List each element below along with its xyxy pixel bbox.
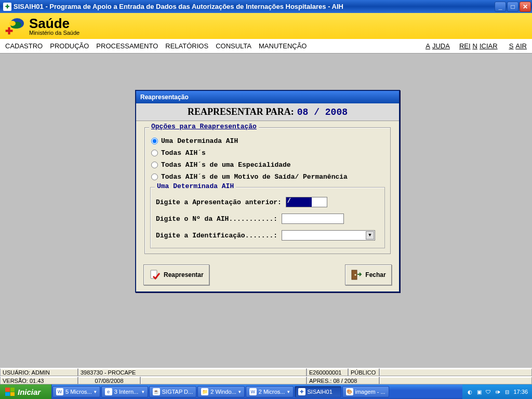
- taskbar-item-icon: W: [249, 388, 257, 395]
- taskbar: Iniciar W5 Micros...▾e3 Intern...▾☕SIGTA…: [0, 384, 532, 399]
- tray-icon[interactable]: ◐: [467, 389, 473, 395]
- menu-ajuda[interactable]: AJUDA: [421, 41, 452, 51]
- radio-especialidade[interactable]: Todas AIH´s de uma Especialidade: [150, 159, 385, 171]
- status-spacer2: [140, 377, 307, 384]
- uma-aih-legend: Uma Determinada AIH: [155, 182, 236, 190]
- tray-icon[interactable]: ▣: [476, 389, 482, 395]
- radio-todas-aih-input[interactable]: [151, 150, 158, 156]
- banner-subtitle: Ministério da Saúde: [29, 30, 79, 36]
- menubar: CADASTRO PRODUÇÃO PROCESSAMENTO RELATÓRI…: [0, 39, 532, 54]
- radio-motivo-saida[interactable]: Todas AIH´s de um Motivo de Saída/ Perma…: [150, 171, 385, 183]
- radio-motivo-saida-input[interactable]: [151, 174, 158, 180]
- tray-icon[interactable]: ⊟: [504, 389, 510, 395]
- menu-sair[interactable]: SAIR: [505, 41, 529, 51]
- status-spacer1: [379, 368, 532, 376]
- work-area: Reapresentação REAPRESENTAR PARA: 08 / 2…: [0, 54, 532, 368]
- reapresentar-icon: [149, 269, 161, 281]
- apresentacao-anterior-label: Digite a Apresentação anterior:: [156, 198, 282, 206]
- taskbar-item[interactable]: ✚SISAIH01: [295, 386, 341, 397]
- window-close-button[interactable]: ✕: [520, 2, 531, 12]
- status-usuario: USUÁRIO: ADMIN: [0, 368, 78, 376]
- svg-point-4: [355, 274, 356, 276]
- status-data: 07/08/2008: [78, 377, 140, 384]
- radio-especialidade-label: Todas AIH´s de uma Especialidade: [161, 161, 291, 169]
- apresentacao-anterior-suffix[interactable]: [312, 197, 327, 207]
- tray-icon[interactable]: 🕪: [495, 389, 501, 395]
- numero-aih-label: Digite o Nº da AIH...........:: [156, 215, 277, 223]
- reapresentar-label: Reapresentar: [164, 271, 204, 278]
- reapresentacao-dialog: Reapresentação REAPRESENTAR PARA: 08 / 2…: [135, 90, 400, 292]
- taskbar-item-icon: W: [56, 388, 63, 395]
- status-apres: APRES.: 08 / 2008: [307, 377, 379, 384]
- status-versao: VERSÃO: 01.43: [0, 377, 78, 384]
- statusbar: USUÁRIO: ADMIN 3983730 - PROCAPE E260000…: [0, 368, 532, 384]
- apresentacao-anterior-input[interactable]: /: [286, 197, 312, 207]
- tray-icon[interactable]: 🛡: [485, 389, 491, 395]
- taskbar-item-label: SIGTAP D...: [162, 389, 193, 395]
- taskbar-item[interactable]: e3 Intern...▾: [101, 386, 148, 397]
- system-tray[interactable]: ◐ ▣ 🛡 🕪 ⊟ 17:36: [462, 384, 532, 399]
- fechar-label: Fechar: [365, 271, 385, 278]
- status-entidade: 3983730 - PROCAPE: [78, 368, 307, 376]
- taskbar-item[interactable]: W5 Micros...▾: [52, 386, 100, 397]
- window-minimize-button[interactable]: _: [495, 2, 506, 12]
- taskbar-item-label: SISAIH01: [308, 389, 332, 395]
- reapresentar-button[interactable]: Reapresentar: [143, 264, 209, 285]
- windows-logo-icon: [5, 388, 15, 396]
- menu-cadastro[interactable]: CADASTRO: [3, 41, 45, 51]
- logo-icon: ✚: [4, 16, 25, 36]
- menu-relatorios[interactable]: RELATÓRIOS: [163, 41, 210, 51]
- dialog-period: 08 / 2008: [297, 107, 348, 117]
- taskbar-item-label: 5 Micros...: [65, 389, 92, 395]
- taskbar-item-label: 2 Micros...: [259, 389, 285, 395]
- menu-consulta[interactable]: CONSULTA: [214, 41, 254, 51]
- taskbar-item[interactable]: 📁2 Windo...▾: [197, 386, 245, 397]
- radio-uma-aih-label: Uma Determinada AIH: [161, 137, 238, 145]
- opcoes-legend: Opções para Reapresentação: [149, 123, 259, 130]
- radio-uma-aih[interactable]: Uma Determinada AIH: [150, 135, 385, 147]
- menu-reiniciar[interactable]: REINICIAR: [457, 41, 500, 51]
- radio-motivo-saida-label: Todas AIH´s de um Motivo de Saída/ Perma…: [161, 173, 348, 181]
- taskbar-item[interactable]: ☕SIGTAP D...: [149, 386, 197, 397]
- chevron-down-icon: ▾: [238, 389, 241, 394]
- start-button[interactable]: Iniciar: [0, 384, 52, 399]
- chevron-down-icon: ▾: [94, 389, 97, 394]
- taskbar-item-icon: 🎨: [346, 388, 353, 395]
- status-spacer3: [379, 377, 532, 384]
- status-acesso: PÚBLICO: [348, 368, 379, 376]
- menu-producao[interactable]: PRODUÇÃO: [48, 41, 91, 51]
- menu-processamento[interactable]: PROCESSAMENTO: [94, 41, 160, 51]
- opcoes-groupbox: Opções para Reapresentação Uma Determina…: [144, 127, 391, 254]
- app-banner: ✚ Saúde Ministério da Saúde: [0, 13, 532, 39]
- taskbar-item-icon: ✚: [298, 388, 305, 395]
- fechar-icon: [351, 269, 362, 281]
- chevron-down-icon[interactable]: ▼: [366, 231, 374, 240]
- taskbar-item-label: 3 Intern...: [114, 389, 138, 395]
- tray-clock: 17:36: [513, 389, 528, 395]
- status-cnes: E260000001: [307, 368, 348, 376]
- taskbar-item[interactable]: W2 Micros...▾: [246, 386, 294, 397]
- radio-todas-aih-label: Todas AIH´s: [161, 149, 206, 157]
- dialog-title: Reapresentação: [136, 91, 399, 103]
- chevron-down-icon: ▾: [287, 389, 290, 394]
- radio-uma-aih-input[interactable]: [151, 138, 158, 144]
- taskbar-item-icon: e: [105, 388, 112, 395]
- numero-aih-input[interactable]: [282, 214, 344, 224]
- taskbar-item[interactable]: 🎨imagem - ...: [342, 386, 389, 397]
- window-title: SISAIH01 - Programa de Apoio a Entrada d…: [14, 3, 495, 10]
- identificacao-label: Digite a Identificação.......:: [156, 232, 277, 240]
- identificacao-select[interactable]: ▼: [282, 230, 375, 241]
- window-maximize-button[interactable]: □: [507, 2, 518, 12]
- banner-title: Saúde: [29, 17, 79, 30]
- taskbar-item-icon: ☕: [153, 388, 160, 395]
- menu-manutencao[interactable]: MANUTENÇÃO: [257, 41, 309, 51]
- uma-aih-groupbox: Uma Determinada AIH Digite a Apresentaçã…: [150, 187, 385, 248]
- taskbar-item-label: 2 Windo...: [210, 389, 236, 395]
- taskbar-item-label: imagem - ...: [355, 389, 385, 395]
- radio-especialidade-input[interactable]: [151, 162, 158, 168]
- radio-todas-aih[interactable]: Todas AIH´s: [150, 147, 385, 159]
- fechar-button[interactable]: Fechar: [345, 264, 392, 285]
- window-titlebar: ✚ SISAIH01 - Programa de Apoio a Entrada…: [0, 0, 532, 13]
- app-icon: ✚: [3, 3, 11, 11]
- dialog-header: REAPRESENTAR PARA: 08 / 2008: [136, 103, 399, 121]
